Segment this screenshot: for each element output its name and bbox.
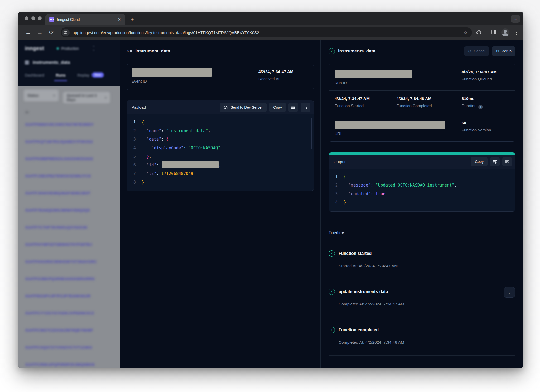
output-expand-lines-button[interactable]	[502, 157, 512, 166]
zoom-window-icon[interactable]	[38, 16, 42, 20]
environment-selector[interactable]: Production ⌃⌄	[57, 46, 95, 51]
output-status-bar	[329, 152, 515, 155]
timeline-item: Function startedStarted At: 4/2/2024, 7:…	[329, 241, 515, 279]
run-id-link[interactable]: 01HTFJ94HVE0BQ48AF4DM13E9T	[25, 191, 114, 200]
timeline-step-timestamp: Started At: 4/2/2024, 7:34:47 AM	[339, 264, 515, 268]
run-id-link[interactable]: 01HTFHYWF32TSB9HGT0YFS8TBJ	[25, 242, 114, 251]
url-bar[interactable]: app.inngest.com/env/production/functions…	[61, 27, 472, 37]
code-line: 3 "data": {	[127, 135, 314, 144]
function-started-value: 4/2/24, 7:34:47 AM	[335, 96, 384, 101]
url-redacted-value	[335, 121, 445, 129]
url-label: URL	[335, 131, 450, 136]
timeline-step-timestamp: Completed At: 4/2/2024, 7:34:48 AM	[339, 340, 515, 345]
environment-name: Production	[61, 46, 79, 51]
run-id-link[interactable]: 01HTFKQT1M7RSJQABEXYF0K0S2	[25, 140, 114, 149]
inngest-logo[interactable]: inngest	[25, 45, 44, 51]
step-success-check-icon	[329, 327, 335, 333]
minimize-window-icon[interactable]	[31, 16, 35, 20]
timeline-step-timestamp: Completed At: 4/2/2024, 7:34:47 AM	[339, 302, 515, 307]
browser-toolbar: ← → ⟳ app.inngest.com/env/production/fun…	[18, 25, 523, 40]
date-range-filter-dropdown[interactable]: Queued in Last 3 Days▾	[63, 92, 110, 103]
chevron-down-icon: ▾	[105, 96, 107, 99]
forward-icon[interactable]: →	[37, 29, 43, 36]
code-scrollbar[interactable]	[311, 118, 312, 149]
sort-down-icon	[303, 105, 307, 109]
run-id-link[interactable]: 01HTFCSQG7ZYVXNZVC7VT1Z4K6	[25, 345, 114, 354]
id-column-header: ID	[25, 110, 114, 114]
inngest-favicon	[49, 17, 54, 22]
expand-lines-button[interactable]	[301, 103, 310, 112]
url-text[interactable]: app.inngest.com/env/production/functions…	[73, 30, 463, 35]
bookmark-star-icon[interactable]: ☆	[463, 30, 468, 36]
side-panel-icon[interactable]	[491, 29, 496, 36]
profile-avatar[interactable]	[501, 28, 509, 36]
payload-code: 1{2 "name": "instrument_data",3 "data": …	[127, 114, 314, 191]
window-controls[interactable]	[25, 16, 42, 20]
new-badge: New	[92, 72, 104, 78]
tab-runs[interactable]: Runs	[56, 73, 66, 81]
close-window-icon[interactable]	[25, 16, 28, 20]
browser-tab[interactable]: Inngest Cloud ✕	[45, 14, 125, 25]
function-tabs: Dashboard Runs ReplayNew	[25, 72, 113, 81]
new-tab-button[interactable]: +	[131, 16, 134, 25]
run-id-link[interactable]: 01HTFCWZ7CZ2X3AZM79QEYNH8F	[25, 328, 114, 337]
run-id-link[interactable]: 01HTFEG3FVJP7FZJP7EA5KN3JR	[25, 294, 114, 303]
timeline-item: update-instruments-data⌄Completed At: 4/…	[329, 279, 515, 317]
code-line: 8}	[127, 178, 314, 187]
run-id-label: Run ID	[335, 80, 450, 85]
reload-icon[interactable]: ⟳	[49, 29, 54, 36]
function-version-value: 60	[462, 121, 509, 125]
run-id-link[interactable]: 01HTFCR9KAPQP0R8PZK3MQNMX8	[25, 362, 114, 368]
duration-label: Duration	[462, 103, 477, 108]
run-id-link[interactable]: 01HTFJ3B1PB27EWGK5Z086JYC8	[25, 174, 114, 183]
run-id-link[interactable]: 01HTF7EA6Q238SJWNHYE8Q2Q5	[25, 208, 114, 217]
expand-step-button[interactable]: ⌄	[504, 287, 515, 298]
run-id-link[interactable]: 01HTFG3BKPQSR9E4A93GBRARRN	[25, 277, 114, 286]
run-id-link[interactable]: 01HTFCYYZGYGYGDKJVP82NKXCZ	[25, 311, 114, 320]
run-id-link[interactable]: 01HTFHXGR0CWNHSWYST3NAVGRC	[25, 260, 114, 269]
info-icon[interactable]: i	[478, 105, 483, 109]
browser-menu-icon[interactable]: ⋮	[514, 30, 519, 36]
run-id-link[interactable]: 01HTFN86XV8CXWS76S7W7E3WDY	[25, 122, 114, 131]
back-icon[interactable]: ←	[25, 29, 31, 36]
inngest-app: inngest Production ⌃⌄ instruments_data D…	[18, 40, 523, 368]
browser-tab-bar: Inngest Cloud ✕ + ⌄	[18, 12, 523, 25]
function-icon	[25, 60, 29, 65]
output-copy-button[interactable]: Copy	[471, 157, 488, 166]
tab-search-button[interactable]: ⌄	[511, 15, 520, 23]
run-details-card: Run ID 4/2/24, 7:34:47 AM Function Queue…	[329, 64, 515, 142]
run-id-list: 01HTFN86XV8CXWS76S7W7E3WDY01HTFKQT1M7RSJ…	[24, 122, 114, 368]
received-at-label: Received At	[258, 77, 308, 81]
cancel-icon: ⊖	[468, 49, 471, 54]
code-line: 5 },	[127, 152, 314, 161]
sort-down-icon	[505, 160, 509, 164]
rerun-button[interactable]: ↻Rerun	[492, 46, 515, 56]
event-panel: « instrument_data Event ID 4/2/24, 7:34:…	[120, 40, 320, 368]
payload-title: Payload	[132, 105, 146, 109]
function-queued-value: 4/2/24, 7:34:47 AM	[462, 70, 509, 74]
payload-copy-button[interactable]: Copy	[269, 103, 286, 112]
status-filter-dropdown[interactable]: Status▾	[24, 90, 59, 101]
timeline-title: Timeline	[329, 230, 515, 241]
close-tab-icon[interactable]: ✕	[117, 17, 122, 22]
wrap-lines-icon	[291, 106, 295, 109]
site-settings-icon[interactable]	[62, 29, 70, 36]
extensions-icon[interactable]	[476, 29, 481, 36]
payload-card: Payload Send to Dev Server Copy 1{	[127, 100, 314, 191]
toolbar-divider	[486, 30, 486, 35]
tab-replay[interactable]: ReplayNew	[77, 72, 104, 81]
timeline-item: Function completedCompleted At: 4/2/2024…	[329, 317, 515, 356]
tab-dashboard[interactable]: Dashboard	[25, 73, 44, 81]
cloud-download-icon	[224, 106, 228, 109]
environment-status-dot	[57, 47, 59, 50]
function-completed-label: Function Completed	[396, 103, 450, 108]
run-id-link[interactable]: 01HTFKMBPMD0ZAJ4AG04KD3A02	[25, 157, 114, 166]
cancel-button[interactable]: ⊖Cancel	[464, 46, 489, 56]
run-id-link[interactable]: 01HTF7C7HF78VN051Q3YD2S3K	[25, 225, 114, 234]
timeline-step-title: update-instruments-data	[339, 289, 388, 294]
output-word-wrap-button[interactable]	[490, 157, 500, 166]
output-title: Output	[334, 160, 345, 164]
code-line: 1{	[127, 118, 314, 127]
send-to-dev-server-button[interactable]: Send to Dev Server	[220, 103, 267, 112]
word-wrap-button[interactable]	[288, 103, 298, 112]
